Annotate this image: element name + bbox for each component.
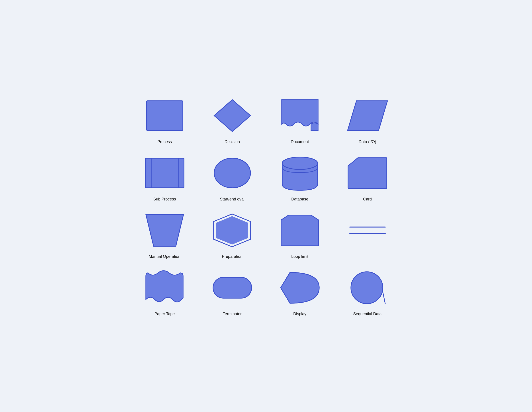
svg-marker-10 (216, 216, 248, 245)
shape-cell-terminator[interactable]: Terminator (201, 268, 264, 316)
svg-point-6 (214, 158, 250, 188)
shapes-grid: Process Decision Document Data (I/O) (133, 96, 399, 316)
label-preparation: Preparation (222, 254, 243, 259)
shape-cell-manual-op[interactable]: Manual Operation (133, 211, 196, 259)
shape-card (345, 153, 390, 193)
shape-cell-connector (336, 211, 399, 259)
shape-cell-sequential-data[interactable]: Sequential Data (336, 268, 399, 316)
shape-manual-op (142, 211, 187, 250)
shape-data-io (345, 96, 390, 136)
label-card: Card (363, 197, 372, 201)
shape-cell-preparation[interactable]: Preparation (201, 211, 264, 259)
shape-cell-sub-process[interactable]: Sub Process (133, 153, 196, 201)
label-manual-op: Manual Operation (149, 254, 180, 259)
shape-terminator (210, 268, 255, 308)
shape-display (278, 268, 322, 308)
label-start-end: Start/end oval (220, 197, 245, 201)
shape-decision (210, 96, 255, 136)
svg-rect-0 (147, 101, 183, 130)
shape-cell-loop-limit[interactable]: Loop limit (268, 211, 331, 259)
svg-marker-12 (281, 215, 319, 246)
shape-cell-database[interactable]: Database (268, 153, 331, 201)
label-display: Display (293, 312, 306, 316)
shape-cell-display[interactable]: Display (268, 268, 331, 316)
shape-cell-document[interactable]: Document (268, 96, 331, 144)
shape-cell-process[interactable]: Process (133, 96, 196, 144)
label-process: Process (157, 139, 172, 144)
label-decision: Decision (225, 139, 240, 144)
shape-paper-tape (142, 268, 187, 308)
label-document: Document (291, 139, 309, 144)
shape-preparation (210, 211, 255, 250)
shape-loop-limit (278, 211, 322, 250)
label-paper-tape: Paper Tape (154, 312, 175, 316)
shape-start-end (210, 153, 255, 193)
shape-sequential-data (345, 268, 390, 308)
shape-document (278, 96, 322, 136)
svg-marker-8 (146, 214, 183, 246)
svg-point-16 (351, 272, 383, 304)
shape-sub-process (142, 153, 187, 193)
shape-database (278, 153, 322, 193)
svg-line-17 (382, 288, 385, 304)
shape-cell-start-end[interactable]: Start/end oval (201, 153, 264, 201)
label-terminator: Terminator (223, 312, 242, 316)
label-database: Database (291, 197, 308, 201)
label-loop-limit: Loop limit (291, 254, 308, 259)
shape-cell-card[interactable]: Card (336, 153, 399, 201)
shape-connector (345, 211, 390, 250)
svg-marker-1 (214, 100, 250, 132)
label-sub-process: Sub Process (153, 197, 176, 201)
shape-cell-data-io[interactable]: Data (I/O) (336, 96, 399, 144)
shape-cell-decision[interactable]: Decision (201, 96, 264, 144)
label-data-io: Data (I/O) (359, 139, 376, 144)
svg-point-7 (282, 157, 318, 169)
label-sequential-data: Sequential Data (353, 312, 381, 316)
shape-cell-paper-tape[interactable]: Paper Tape (133, 268, 196, 316)
svg-rect-15 (213, 277, 252, 298)
svg-marker-2 (348, 101, 388, 130)
shape-process (142, 96, 187, 136)
